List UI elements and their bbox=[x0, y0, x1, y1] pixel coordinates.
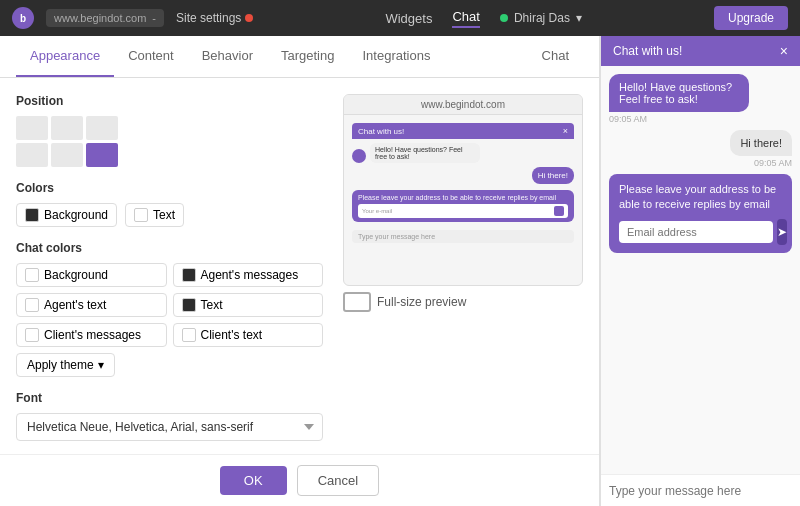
main-nav: Widgets Chat Dhiraj Das ▾ bbox=[265, 9, 702, 28]
text-color-btn[interactable]: Text bbox=[125, 203, 184, 227]
client-msg-swatch bbox=[25, 328, 39, 342]
chat-colors-section: Chat colors Background Agent's messages bbox=[16, 241, 323, 377]
fullsize-label: Full-size preview bbox=[377, 295, 466, 309]
background-color-btn[interactable]: Background bbox=[16, 203, 117, 227]
user-message-time: 09:05 AM bbox=[754, 158, 792, 168]
preview-user-bubble: Hi there! bbox=[532, 167, 574, 184]
fullsize-checkbox[interactable] bbox=[343, 292, 371, 312]
preview-email-title: Please leave your address to be able to … bbox=[358, 194, 568, 201]
nav-widgets[interactable]: Widgets bbox=[385, 11, 432, 26]
settings-footer: OK Cancel bbox=[0, 454, 599, 506]
tab-targeting[interactable]: Targeting bbox=[267, 36, 348, 77]
preview-send-btn bbox=[554, 206, 564, 216]
preview-box: www.begindot.com Chat with us! × Hello! … bbox=[343, 94, 583, 286]
font-section: Font Helvetica Neue, Helvetica, Arial, s… bbox=[16, 391, 323, 441]
user-menu[interactable]: Dhiraj Das ▾ bbox=[500, 11, 582, 25]
preview-header: www.begindot.com bbox=[344, 95, 582, 115]
apply-theme-button[interactable]: Apply theme ▾ bbox=[16, 353, 115, 377]
chat-email-input-row: ➤ bbox=[619, 219, 782, 245]
preview-content: Chat with us! × Hello! Have questions? F… bbox=[344, 115, 582, 285]
chat-send-button[interactable]: ➤ bbox=[777, 219, 787, 245]
chevron-down-icon: ▾ bbox=[98, 358, 104, 372]
tab-chat[interactable]: Chat bbox=[528, 36, 583, 77]
preview-agent-row: Hello! Have questions? Feel free to ask! bbox=[352, 143, 574, 163]
text-chat-btn[interactable]: Text bbox=[173, 293, 324, 317]
chat-message-input[interactable] bbox=[609, 484, 792, 498]
chat-email-box: Please leave your address to be able to … bbox=[609, 174, 792, 253]
logo: b bbox=[12, 7, 34, 29]
colors-section: Colors Background Text bbox=[16, 181, 323, 227]
user-bubble: Hi there! bbox=[730, 130, 792, 156]
font-select[interactable]: Helvetica Neue, Helvetica, Arial, sans-s… bbox=[16, 413, 323, 441]
preview-close-icon: × bbox=[563, 126, 568, 136]
colors-label: Colors bbox=[16, 181, 323, 195]
pos-top-right[interactable] bbox=[86, 116, 118, 140]
send-icon: ➤ bbox=[777, 225, 787, 239]
agent-message-time: 09:05 AM bbox=[609, 114, 792, 124]
chat-agent-message: Hello! Have questions? Feel free to ask!… bbox=[609, 74, 792, 124]
settings-content-area: Position Colors bbox=[0, 78, 599, 454]
chat-panel-title: Chat with us! bbox=[613, 44, 682, 58]
chat-messages-area: Hello! Have questions? Feel free to ask!… bbox=[601, 66, 800, 474]
nav-chat[interactable]: Chat bbox=[452, 9, 479, 28]
pos-bot-left[interactable] bbox=[16, 143, 48, 167]
settings-panel: Appearance Content Behavior Targeting In… bbox=[0, 36, 600, 506]
preview-user-row: Hi there! bbox=[352, 167, 574, 184]
online-indicator bbox=[500, 14, 508, 22]
chat-panel-header: Chat with us! × bbox=[601, 36, 800, 66]
background-swatch bbox=[25, 208, 39, 222]
agent-msg-swatch bbox=[182, 268, 196, 282]
preview-chat-header: Chat with us! × bbox=[352, 123, 574, 139]
chat-bg-btn[interactable]: Background bbox=[16, 263, 167, 287]
preview-agent-bubble: Hello! Have questions? Feel free to ask! bbox=[370, 143, 480, 163]
site-settings[interactable]: Site settings bbox=[176, 11, 253, 25]
preview-email-input: Your e-mail bbox=[358, 204, 568, 218]
agent-bubble: Hello! Have questions? Feel free to ask! bbox=[609, 74, 749, 112]
agent-msg-btn[interactable]: Agent's messages bbox=[173, 263, 324, 287]
pos-bot-center[interactable] bbox=[51, 143, 83, 167]
pos-bot-right[interactable] bbox=[86, 143, 118, 167]
client-text-btn[interactable]: Client's text bbox=[173, 323, 324, 347]
preview-section: www.begindot.com Chat with us! × Hello! … bbox=[343, 94, 583, 438]
position-label: Position bbox=[16, 94, 323, 108]
tab-bar: Appearance Content Behavior Targeting In… bbox=[0, 36, 599, 78]
chevron-down-icon: ▾ bbox=[576, 11, 582, 25]
url-bar[interactable]: www.begindot.com - bbox=[46, 9, 164, 27]
text-chat-swatch bbox=[182, 298, 196, 312]
main-layout: Appearance Content Behavior Targeting In… bbox=[0, 36, 800, 506]
text-swatch bbox=[134, 208, 148, 222]
top-navigation: b www.begindot.com - Site settings Widge… bbox=[0, 0, 800, 36]
tab-content[interactable]: Content bbox=[114, 36, 188, 77]
agent-text-swatch bbox=[25, 298, 39, 312]
preview-input-area: Type your message here bbox=[352, 230, 574, 243]
settings-form: Position Colors bbox=[16, 94, 323, 438]
position-grid bbox=[16, 116, 323, 167]
tab-appearance[interactable]: Appearance bbox=[16, 36, 114, 77]
chat-panel: Chat with us! × Hello! Have questions? F… bbox=[600, 36, 800, 506]
upgrade-button[interactable]: Upgrade bbox=[714, 6, 788, 30]
preview-email-box: Please leave your address to be able to … bbox=[352, 190, 574, 222]
client-msg-btn[interactable]: Client's messages bbox=[16, 323, 167, 347]
fullsize-preview-row: Full-size preview bbox=[343, 292, 583, 312]
chat-email-title: Please leave your address to be able to … bbox=[619, 182, 782, 213]
chat-user-message: Hi there! 09:05 AM bbox=[609, 130, 792, 168]
tab-behavior[interactable]: Behavior bbox=[188, 36, 267, 77]
font-label: Font bbox=[16, 391, 323, 405]
cancel-button[interactable]: Cancel bbox=[297, 465, 379, 496]
ok-button[interactable]: OK bbox=[220, 466, 287, 495]
preview-chat-title: Chat with us! bbox=[358, 127, 404, 136]
notification-dot bbox=[245, 14, 253, 22]
client-text-swatch bbox=[182, 328, 196, 342]
pos-top-left[interactable] bbox=[16, 116, 48, 140]
agent-text-btn[interactable]: Agent's text bbox=[16, 293, 167, 317]
tab-integrations[interactable]: Integrations bbox=[348, 36, 444, 77]
position-section: Position bbox=[16, 94, 323, 167]
chat-colors-grid: Background Agent's messages Agent's text bbox=[16, 263, 323, 347]
chat-input-area bbox=[601, 474, 800, 506]
preview-avatar bbox=[352, 149, 366, 163]
colors-row: Background Text bbox=[16, 203, 323, 227]
chat-bg-swatch bbox=[25, 268, 39, 282]
chat-close-button[interactable]: × bbox=[780, 44, 788, 58]
chat-email-field[interactable] bbox=[619, 221, 773, 243]
pos-top-center[interactable] bbox=[51, 116, 83, 140]
